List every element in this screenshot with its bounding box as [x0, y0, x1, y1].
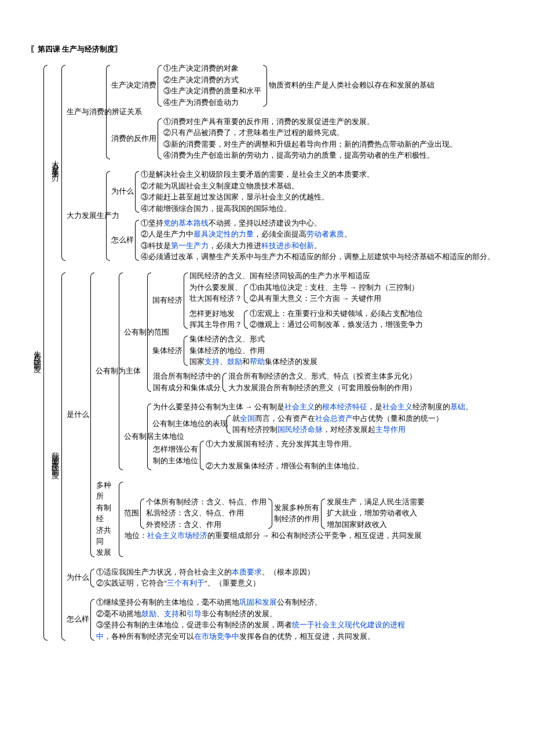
state-i1: 国民经济的含义、国有经济同较高的生产力水平相适应	[188, 271, 425, 282]
why-i4: ④才能增强综合国力，提高我国的国际地位。	[139, 203, 376, 215]
multi-l4: 发展	[94, 547, 119, 558]
r3-i1: ①大力发展国有经济，充分发挥其主导作用。	[204, 439, 366, 450]
how-i2: ②人是生产力中最具决定性的力量，必须全面提高劳动者素质。	[139, 229, 497, 240]
r3-i2: ②大力发展集体经济，增强公有制的主体地位。	[204, 461, 366, 472]
section1-label: 大力发展生产力	[48, 155, 61, 171]
s1a-label: 生产与消费的辨证关系	[65, 107, 106, 118]
pub-label: 公有制为主体	[94, 366, 119, 377]
consume-react-label: 消费的反作用	[110, 133, 158, 144]
pub-main-label: 公有制居主体地位	[123, 431, 147, 442]
scope-i1: 个体所有制经济：含义、特点、作用	[144, 497, 268, 508]
s1b-label: 大力发展生产力	[65, 210, 106, 221]
coll-i1: 集体经济的含义、形式	[188, 334, 319, 345]
p2-i4: ④消费为生产创造出新的劳动力，提高劳动力的质量，提高劳动者的生产积极性。	[162, 150, 459, 161]
scope-i2: 私营经济：含义、特点、作用	[144, 508, 268, 519]
state-q1a2: ②具有重大意义：三个方面 → 关键作用	[248, 293, 421, 304]
state-q2a2: ②微观上：通过公司制改革，焕发活力，增强竞争力	[248, 319, 425, 330]
mix-i1: 混合所有制经济的含义、形式、特点（投资主体多元化）	[227, 371, 418, 382]
p1-i3: ③生产决定消费的质量和水平	[162, 86, 263, 97]
coll-i2: 集体经济的地位、作用	[188, 346, 319, 357]
s2how-i3: ③坚持公有制的主体地位，促进非公有制经济的发展，两者统一于社会主义现代化建设的进…	[94, 620, 419, 642]
mix-i2: 大力发展混合所有制经济的意义（可套用股份制的作用）	[227, 383, 418, 394]
section2-label: 我国的基本经济制度	[48, 446, 61, 467]
why-i1: ①是解决社会主义初级阶段主要矛盾的需要，是社会主义的本质要求。	[139, 169, 376, 180]
r3-l1: 怎样增强公有	[151, 444, 200, 455]
s1b-how-label: 怎么样	[110, 235, 135, 246]
coll-i3: 国家支持、鼓励和帮助集体经济的发展	[188, 357, 319, 368]
p2-i3: ③新的消费需要，对生产的调整和升级起着导向作用；新的消费热点带动新的产业出现。	[162, 139, 459, 150]
p1-note: 物质资料的生产是人类社会赖以存在和发展的基础	[267, 80, 436, 91]
coll-econ-label: 集体经济	[151, 346, 184, 357]
why-i2: ②才能为巩固社会主义制度建立物质技术基础。	[139, 181, 376, 192]
mix-l1: 混合所有制经济中的	[151, 371, 222, 382]
p2-i1: ①消费对生产具有重要的反作用，消费的发展促进生产的发展。	[162, 117, 459, 128]
p1-i4: ④生产为消费创造动力	[162, 97, 263, 108]
s1b-why-label: 为什么	[110, 186, 135, 197]
state-q1l2: 壮大国有经济？	[188, 293, 244, 304]
s2-why-label: 为什么	[65, 572, 90, 583]
root-tree: 生产与经济制度 大力发展生产力 生产与消费的辨证关系 生产决定消费 ①生产决定	[30, 63, 503, 642]
state-q2l1: 怎样更好地发	[188, 308, 244, 319]
multi-l2: 有制经	[94, 503, 119, 525]
multi-pos: 地位：社会主义市场经济的重要组成部分 → 和公有制经济公平竞争，相互促进，共同发…	[123, 530, 426, 541]
s2why-i2: ②实践证明，它符合"三个有利于"。（重要意义）	[94, 578, 316, 589]
multi-scope-label: 范围	[123, 508, 140, 519]
state-econ-label: 国有经济	[151, 295, 184, 306]
mix-l2: 国有成分和集体成分	[151, 383, 222, 394]
s2-how-label: 怎么样	[65, 614, 90, 625]
role-l2: 制经济的作用	[272, 514, 321, 525]
main-r1: 为什么要坚持公有制为主体 → 公有制是社会主义的根本经济特征，是社会主义经济制度…	[151, 402, 474, 413]
r3-l2: 制的主体地位	[151, 456, 200, 467]
s2why-i1: ①适应我国生产力状况，符合社会主义的本质要求。（根本原因）	[94, 567, 316, 578]
s2how-i1: ①继续坚持公有制的主体地位，毫不动摇地巩固和发展公有制经济。	[94, 597, 419, 608]
role-i2: 扩大就业，增加劳动者收入	[325, 508, 426, 519]
s2how-i2: ②毫不动摇地鼓励、支持和引导非公有制经济的发展。	[94, 609, 419, 620]
page-title: 〖第四课 生产与经济制度〗	[30, 44, 503, 55]
why-i3: ③才能赶上甚至超过发达国家，显示社会主义的优越性。	[139, 192, 376, 203]
pub-scope-label: 公有制的范围	[123, 327, 147, 338]
role-i3: 增加国家财政收入	[325, 519, 426, 530]
r2-i1: 就全国而言，公有资产在社会总资产中占优势（量和质的统一）	[231, 413, 445, 424]
r2-i2: 国有经济控制国民经济命脉，对经济发展起主导作用	[231, 424, 445, 435]
role-l1: 发展多种所有	[272, 503, 321, 514]
root-label: 生产与经济制度	[30, 345, 43, 361]
s2-what-label: 是什么	[65, 409, 90, 420]
state-q2l2: 挥其主导作用？	[188, 319, 244, 330]
how-i3: ③科技是第一生产力，必须大力推进科技进步和创新。	[139, 241, 497, 252]
state-q1a1: ①由其地位决定：支柱、主导 → 控制力（三控制）	[248, 282, 421, 293]
p2-i2: ②只有产品被消费了，才意味着生产过程的最终完成。	[162, 128, 459, 139]
role-i1: 发展生产，满足人民生活需要	[325, 497, 426, 508]
p1-i1: ①生产决定消费的对象	[162, 63, 263, 74]
multi-l1: 多种所	[94, 480, 119, 503]
how-i4: ④必须通过改革，调整生产关系中与生产力不相适应的部分，调整上层建筑中与经济基础不…	[139, 252, 497, 263]
scope-i3: 外资经济：含义、作用	[144, 519, 268, 530]
state-q1l1: 为什么要发展、	[188, 282, 244, 293]
produce-decide-label: 生产决定消费	[110, 80, 158, 91]
how-i1: ①坚持党的基本路线不动摇，坚持以经济建设为中心。	[139, 218, 497, 229]
state-q2a1: ①宏观上：在重要行业和关键领域，必须占支配地位	[248, 308, 425, 319]
main-r2-label: 公有制主体地位的表现	[151, 419, 227, 430]
multi-l3: 济共同	[94, 525, 119, 548]
p1-i2: ②生产决定消费的方式	[162, 75, 263, 86]
